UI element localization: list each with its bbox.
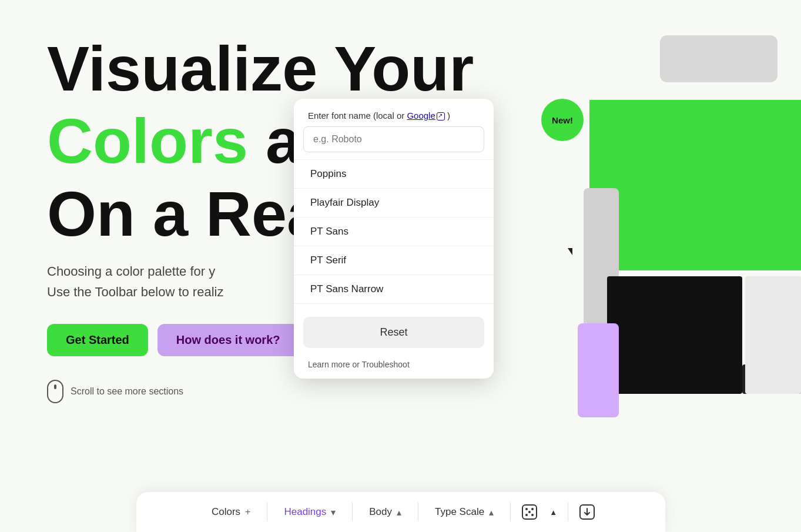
toolbar-divider-5 [568, 503, 568, 521]
font-list-item[interactable]: Poppins [294, 159, 494, 188]
svg-point-5 [528, 511, 531, 513]
toolbar-headings-button[interactable]: Headings ▾ [272, 500, 347, 524]
svg-point-2 [531, 508, 534, 510]
dice-icon [521, 504, 538, 520]
svg-point-3 [525, 514, 528, 516]
color-blocks [578, 35, 801, 459]
toolbar-type-scale-button[interactable]: Type Scale ▴ [423, 500, 505, 524]
toolbar-divider-2 [352, 503, 353, 521]
chevron-up-icon: ▲ [549, 508, 557, 517]
toolbar-divider-3 [418, 503, 418, 521]
external-link-icon [437, 112, 445, 121]
toolbar-headings-chevron-icon: ▾ [331, 507, 336, 518]
font-list-item[interactable]: Pacifico [294, 303, 494, 312]
toolbar-colors-plus-icon: + [245, 507, 250, 517]
font-popup-footer: Learn more or Troubleshoot [294, 353, 494, 379]
download-icon [579, 504, 595, 520]
font-list-item[interactable]: Playfair Display [294, 188, 494, 217]
new-badge: New! [541, 99, 584, 141]
toolbar-chevron-up-button[interactable]: ▲ [544, 502, 563, 523]
google-fonts-link[interactable]: Google [407, 111, 444, 121]
toolbar-body-label: Body [369, 506, 392, 518]
toolbar-type-scale-label: Type Scale [435, 506, 484, 518]
svg-point-1 [525, 508, 528, 510]
toolbar-divider-1 [267, 503, 267, 521]
toolbar-body-button[interactable]: Body ▴ [357, 500, 413, 524]
font-list-item[interactable]: PT Sans [294, 217, 494, 246]
color-block-purple [578, 323, 619, 417]
font-list-item[interactable]: PT Sans Narrow [294, 275, 494, 303]
mouse-dot [54, 384, 56, 389]
toolbar-type-scale-chevron-icon: ▴ [489, 507, 494, 518]
font-popup-header: Enter font name (local or Google ) [294, 99, 494, 126]
toolbar: Colors + Headings ▾ Body ▴ Type Scale ▴ [136, 492, 665, 532]
get-started-button[interactable]: Get Started [47, 324, 148, 356]
mouse-icon [47, 380, 63, 403]
troubleshoot-link[interactable]: Learn more or Troubleshoot [308, 360, 410, 369]
toolbar-headings-label: Headings [284, 506, 326, 518]
color-block-gray-light [660, 35, 777, 82]
toolbar-colors-button[interactable]: Colors + [200, 500, 262, 524]
color-block-black [607, 276, 742, 394]
toolbar-download-button[interactable] [573, 498, 601, 526]
font-list-item[interactable]: PT Serif [294, 246, 494, 275]
font-list: PoppinsPlayfair DisplayPT SansPT SerifPT… [294, 159, 494, 312]
font-reset-button[interactable]: Reset [303, 317, 484, 348]
toolbar-colors-label: Colors [212, 506, 240, 518]
toolbar-body-chevron-icon: ▴ [397, 507, 401, 518]
how-it-works-button[interactable]: How does it work? [157, 324, 299, 356]
font-popup: Enter font name (local or Google ) Poppi… [294, 99, 494, 379]
color-block-green [589, 100, 801, 270]
font-search-input[interactable] [303, 126, 484, 152]
color-block-light-right [745, 276, 801, 394]
toolbar-divider-4 [510, 503, 511, 521]
toolbar-dice-button[interactable] [515, 498, 544, 526]
svg-point-4 [531, 514, 534, 516]
